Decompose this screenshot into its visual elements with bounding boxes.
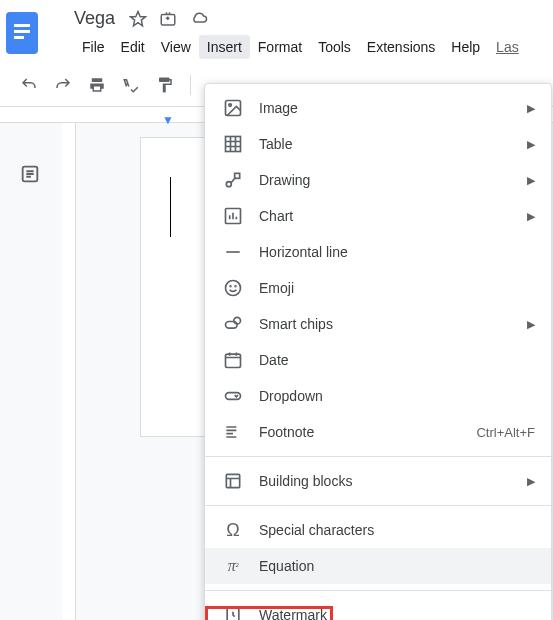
menu-label: Date: [259, 352, 535, 368]
building-blocks-icon: [221, 469, 245, 493]
menubar: File Edit View Insert Format Tools Exten…: [44, 29, 553, 59]
outline-icon[interactable]: [19, 163, 41, 620]
menu-item-table[interactable]: Table ▶: [205, 126, 551, 162]
svg-rect-3: [14, 36, 24, 39]
menu-help[interactable]: Help: [443, 35, 488, 59]
watermark-icon: [221, 603, 245, 620]
chevron-right-icon: ▶: [527, 210, 535, 223]
svg-point-9: [226, 182, 231, 187]
omega-icon: Ω: [221, 518, 245, 542]
move-icon[interactable]: [159, 10, 177, 28]
svg-rect-8: [226, 137, 241, 152]
date-icon: [221, 348, 245, 372]
svg-point-13: [230, 286, 231, 287]
menu-label: Watermark: [259, 607, 535, 620]
svg-point-7: [229, 104, 232, 107]
star-icon[interactable]: [129, 10, 147, 28]
menu-label: Dropdown: [259, 388, 535, 404]
chevron-right-icon: ▶: [527, 174, 535, 187]
svg-rect-19: [226, 474, 239, 487]
menu-label: Smart chips: [259, 316, 527, 332]
chevron-right-icon: ▶: [527, 318, 535, 331]
vertical-ruler[interactable]: [62, 123, 76, 620]
equation-icon: π²: [221, 554, 245, 578]
horizontal-line-icon: [221, 240, 245, 264]
docs-logo-icon: [6, 12, 38, 54]
menu-edit[interactable]: Edit: [113, 35, 153, 59]
menu-insert[interactable]: Insert: [199, 35, 250, 59]
menu-last-edit[interactable]: Las: [488, 35, 527, 59]
menu-extensions[interactable]: Extensions: [359, 35, 443, 59]
menu-item-footnote[interactable]: Footnote Ctrl+Alt+F: [205, 414, 551, 450]
menu-label: Drawing: [259, 172, 527, 188]
menu-separator: [205, 590, 551, 591]
svg-rect-2: [14, 30, 30, 33]
text-cursor: [170, 177, 171, 237]
menu-label: Chart: [259, 208, 527, 224]
smart-chips-icon: [221, 312, 245, 336]
insert-menu-dropdown: Image ▶ Table ▶ Drawing ▶ Chart ▶ Horizo…: [204, 83, 552, 620]
table-icon: [221, 132, 245, 156]
menu-item-building-blocks[interactable]: Building blocks ▶: [205, 463, 551, 499]
docs-logo[interactable]: [0, 8, 44, 64]
menu-label: Footnote: [259, 424, 476, 440]
menu-item-watermark[interactable]: Watermark: [205, 597, 551, 620]
chevron-right-icon: ▶: [527, 138, 535, 151]
svg-rect-17: [226, 354, 241, 367]
emoji-icon: [221, 276, 245, 300]
menu-view[interactable]: View: [153, 35, 199, 59]
menu-label: Equation: [259, 558, 535, 574]
footnote-icon: [221, 420, 245, 444]
menu-label: Horizontal line: [259, 244, 535, 260]
format-paint-button[interactable]: [152, 72, 178, 98]
menu-label: Image: [259, 100, 527, 116]
svg-point-14: [235, 286, 236, 287]
menu-label: Emoji: [259, 280, 535, 296]
redo-button[interactable]: [50, 72, 76, 98]
menu-separator: [205, 456, 551, 457]
menu-item-emoji[interactable]: Emoji: [205, 270, 551, 306]
menu-item-equation[interactable]: π² Equation: [205, 548, 551, 584]
menu-format[interactable]: Format: [250, 35, 310, 59]
doc-title[interactable]: Vega: [74, 8, 115, 29]
tab-marker-icon[interactable]: ▼: [162, 113, 174, 127]
dropdown-icon: [221, 384, 245, 408]
menu-label: Building blocks: [259, 473, 527, 489]
menu-separator: [205, 505, 551, 506]
chevron-right-icon: ▶: [527, 102, 535, 115]
toolbar-separator: [190, 75, 191, 95]
svg-point-12: [226, 281, 241, 296]
left-gutter: [0, 127, 60, 620]
menu-item-horizontal-line[interactable]: Horizontal line: [205, 234, 551, 270]
menu-shortcut: Ctrl+Alt+F: [476, 425, 535, 440]
menu-item-dropdown[interactable]: Dropdown: [205, 378, 551, 414]
menu-label: Special characters: [259, 522, 535, 538]
menu-tools[interactable]: Tools: [310, 35, 359, 59]
menu-item-special-characters[interactable]: Ω Special characters: [205, 512, 551, 548]
menu-item-chart[interactable]: Chart ▶: [205, 198, 551, 234]
drawing-icon: [221, 168, 245, 192]
menu-item-date[interactable]: Date: [205, 342, 551, 378]
menu-item-drawing[interactable]: Drawing ▶: [205, 162, 551, 198]
cloud-icon[interactable]: [189, 10, 209, 28]
undo-button[interactable]: [16, 72, 42, 98]
chart-icon: [221, 204, 245, 228]
image-icon: [221, 96, 245, 120]
menu-item-image[interactable]: Image ▶: [205, 90, 551, 126]
svg-rect-1: [14, 24, 30, 27]
menu-item-smart-chips[interactable]: Smart chips ▶: [205, 306, 551, 342]
spellcheck-button[interactable]: [118, 72, 144, 98]
menu-file[interactable]: File: [74, 35, 113, 59]
chevron-right-icon: ▶: [527, 475, 535, 488]
header: Vega File Edit View Insert Format Tools …: [0, 0, 553, 64]
menu-label: Table: [259, 136, 527, 152]
print-button[interactable]: [84, 72, 110, 98]
